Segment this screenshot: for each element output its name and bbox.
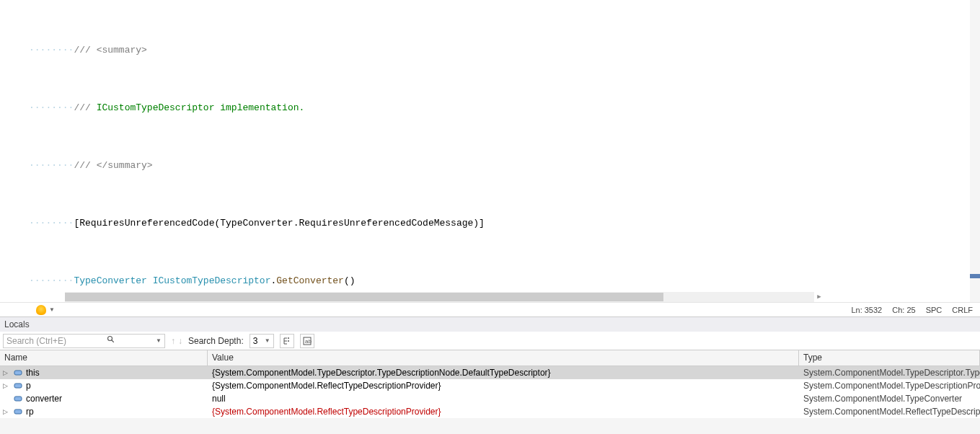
search-depth-label: Search Depth:	[188, 336, 244, 346]
doc-summary-close: /// </summary>	[74, 160, 152, 171]
chevron-down-icon[interactable]: ▼	[156, 337, 162, 344]
search-depth-select[interactable]: 3 ▼	[250, 334, 274, 348]
variable-type: System.ComponentModel.ReflectTypeDescrip…	[799, 407, 980, 417]
return-type: TypeConverter	[74, 275, 152, 286]
chevron-down-icon: ▼	[265, 337, 270, 344]
editor-status-bar: ▼ Ln: 3532 Ch: 25 SPC CRLF	[0, 302, 980, 316]
method-name: GetConverter	[276, 275, 344, 286]
header-value[interactable]: Value	[208, 350, 799, 366]
variable-name: this	[26, 368, 40, 378]
variable-name: p	[26, 381, 31, 391]
scroll-right-arrow[interactable]: ▶	[814, 292, 824, 302]
attribute-line: [RequiresUnreferencedCode(TypeConverter.…	[74, 218, 485, 229]
variable-icon	[13, 394, 23, 404]
svg-rect-6	[14, 371, 22, 375]
status-lineending: CRLF	[952, 306, 973, 314]
whitespace-dots: ········	[29, 275, 74, 286]
variable-type: System.ComponentModel.TypeConverter	[799, 394, 980, 404]
scroll-marker	[970, 274, 980, 278]
code-content: ········/// <summary> ········/// ICusto…	[0, 0, 980, 317]
whitespace-dots: ········	[29, 45, 74, 56]
search-icon	[107, 335, 115, 346]
expander-icon[interactable]: ▷	[3, 369, 10, 376]
code-editor[interactable]: ········/// <summary> ········/// ICusto…	[0, 0, 980, 317]
variable-type: System.ComponentModel.TypeDescriptionPro…	[799, 381, 980, 391]
whitespace-dots: ········	[29, 102, 74, 113]
svg-point-0	[108, 337, 112, 341]
expand-tree-button[interactable]	[280, 334, 294, 348]
locals-row[interactable]: converternullSystem.ComponentModel.TypeC…	[0, 392, 980, 405]
locals-row[interactable]: ▷this{System.ComponentModel.TypeDescript…	[0, 366, 980, 379]
chevron-down-icon[interactable]: ▼	[49, 306, 55, 313]
variable-icon	[13, 381, 23, 391]
locals-row[interactable]: ▷p{System.ComponentModel.ReflectTypeDesc…	[0, 379, 980, 392]
header-type[interactable]: Type	[799, 350, 980, 366]
locals-grid-body: ▷this{System.ComponentModel.TypeDescript…	[0, 366, 980, 418]
locals-grid-header: Name Value Type	[0, 350, 980, 366]
status-column: Ch: 25	[892, 306, 915, 314]
variable-name: converter	[26, 394, 62, 404]
expander-icon[interactable]: ▷	[3, 408, 10, 415]
svg-line-1	[112, 340, 114, 342]
doc-text: ICustomTypeDescriptor implementation.	[97, 102, 305, 113]
lightbulb-icon[interactable]	[36, 305, 46, 315]
search-next-arrow[interactable]: ↓	[178, 336, 182, 346]
svg-point-2	[288, 337, 289, 339]
search-nav-arrows: ↑ ↓	[171, 336, 182, 346]
search-placeholder: Search (Ctrl+E)	[6, 336, 66, 346]
svg-text:ab: ab	[305, 338, 312, 345]
status-indent: SPC	[926, 306, 943, 314]
variable-type: System.ComponentModel.TypeDescriptor.Typ…	[799, 368, 980, 378]
svg-rect-8	[14, 397, 22, 401]
status-line: Ln: 3532	[851, 306, 882, 314]
variable-value: null	[208, 394, 799, 404]
doc-prefix: ///	[74, 102, 96, 113]
locals-title: Locals	[0, 317, 980, 332]
variable-value: {System.ComponentModel.ReflectTypeDescri…	[208, 381, 799, 391]
interface-name: ICustomTypeDescriptor	[153, 275, 271, 286]
variable-icon	[13, 407, 23, 417]
scrollbar-thumb[interactable]	[65, 293, 663, 301]
locals-panel: Locals Search (Ctrl+E) ▼ ↑ ↓ Search Dept…	[0, 317, 980, 434]
variable-value: {System.ComponentModel.ReflectTypeDescri…	[208, 407, 799, 417]
scroll-map[interactable]	[970, 0, 980, 317]
locals-toolbar: Search (Ctrl+E) ▼ ↑ ↓ Search Depth: 3 ▼ …	[0, 332, 980, 350]
locals-row[interactable]: ▷rp{System.ComponentModel.ReflectTypeDes…	[0, 405, 980, 418]
variable-icon	[13, 368, 23, 378]
svg-rect-9	[14, 409, 22, 414]
locals-search-input[interactable]: Search (Ctrl+E) ▼	[3, 334, 165, 348]
header-name[interactable]: Name	[0, 350, 208, 366]
svg-rect-7	[14, 384, 22, 388]
whitespace-dots: ········	[29, 218, 74, 229]
expander-icon[interactable]: ▷	[3, 382, 10, 389]
parens: ()	[344, 275, 356, 286]
svg-point-3	[288, 340, 289, 342]
whitespace-dots: ········	[29, 160, 74, 171]
variable-name: rp	[26, 407, 34, 417]
variable-value: {System.ComponentModel.TypeDescriptor.Ty…	[208, 368, 799, 378]
doc-summary-open: /// <summary>	[74, 45, 146, 56]
depth-value: 3	[253, 336, 258, 346]
property-view-button[interactable]: ab	[300, 334, 314, 348]
search-prev-arrow[interactable]: ↑	[171, 336, 175, 346]
horizontal-scrollbar[interactable]: ▶	[65, 292, 814, 302]
